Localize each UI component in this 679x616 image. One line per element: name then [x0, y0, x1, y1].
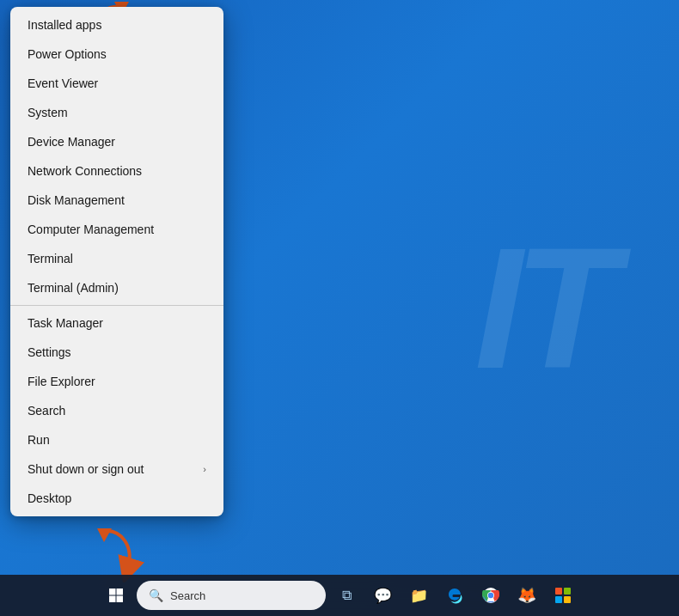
- taskbar-search-icon: 🔍: [149, 589, 163, 602]
- menu-item-label-settings: Settings: [28, 345, 71, 359]
- taskbar-store[interactable]: [547, 580, 578, 611]
- taskbar-chrome[interactable]: [475, 580, 506, 611]
- menu-item-label-power-options: Power Options: [28, 47, 107, 61]
- menu-item-label-task-manager: Task Manager: [28, 316, 103, 330]
- menu-item-power-options[interactable]: Power Options: [10, 40, 223, 69]
- menu-item-task-manager[interactable]: Task Manager: [10, 308, 223, 338]
- edge-icon: [446, 587, 463, 604]
- start-button[interactable]: [101, 580, 132, 611]
- menu-item-event-viewer[interactable]: Event Viewer: [10, 69, 223, 98]
- menu-item-label-installed-apps: Installed apps: [28, 18, 101, 32]
- menu-item-system[interactable]: System: [10, 98, 223, 127]
- menu-item-shut-down-sign-out[interactable]: Shut down or sign out›: [10, 454, 223, 484]
- desktop: IT Installed appsPower OptionsEvent View…: [0, 0, 679, 616]
- menu-item-device-manager[interactable]: Device Manager: [10, 127, 223, 156]
- taskbar-firefox[interactable]: 🦊: [511, 580, 542, 611]
- taskbar-chat[interactable]: 💬: [367, 580, 398, 611]
- menu-item-label-terminal-admin: Terminal (Admin): [28, 281, 119, 295]
- menu-item-label-system: System: [28, 106, 68, 119]
- context-menu: Installed appsPower OptionsEvent ViewerS…: [10, 7, 223, 516]
- taskbar-file-explorer[interactable]: 📁: [403, 580, 434, 611]
- menu-item-label-disk-management: Disk Management: [28, 193, 125, 207]
- menu-item-label-run: Run: [28, 433, 50, 447]
- menu-item-label-network-connections: Network Connections: [28, 164, 142, 178]
- svg-rect-4: [109, 589, 116, 595]
- menu-item-label-computer-management: Computer Management: [28, 223, 154, 236]
- svg-rect-11: [555, 588, 562, 595]
- menu-item-search[interactable]: Search: [10, 396, 223, 425]
- store-icon: [554, 587, 572, 604]
- menu-item-settings[interactable]: Settings: [10, 338, 223, 367]
- menu-item-label-file-explorer: File Explorer: [28, 375, 95, 388]
- windows-logo-icon: [108, 588, 124, 603]
- menu-item-label-event-viewer: Event Viewer: [28, 76, 98, 90]
- svg-rect-14: [564, 596, 571, 603]
- chrome-icon: [482, 587, 499, 604]
- svg-rect-12: [564, 588, 571, 595]
- menu-item-file-explorer[interactable]: File Explorer: [10, 367, 223, 396]
- menu-item-terminal[interactable]: Terminal: [10, 244, 223, 273]
- svg-point-10: [488, 593, 493, 598]
- menu-item-installed-apps[interactable]: Installed apps: [10, 10, 223, 40]
- menu-item-label-terminal: Terminal: [28, 252, 73, 265]
- taskbar: 🔍 Search ⧉ 💬 📁: [0, 575, 679, 616]
- svg-rect-13: [555, 596, 562, 603]
- svg-rect-6: [109, 596, 116, 603]
- menu-item-disk-management[interactable]: Disk Management: [10, 186, 223, 215]
- submenu-chevron-shut-down-sign-out: ›: [203, 464, 206, 474]
- taskbar-edge[interactable]: [439, 580, 470, 611]
- menu-item-label-desktop: Desktop: [28, 491, 71, 505]
- menu-item-computer-management[interactable]: Computer Management: [10, 215, 223, 244]
- menu-item-label-shut-down-sign-out: Shut down or sign out: [28, 462, 144, 476]
- menu-separator-after-terminal-admin: [10, 305, 223, 306]
- menu-item-label-device-manager: Device Manager: [28, 135, 115, 149]
- taskbar-search-text: Search: [170, 589, 205, 602]
- taskbar-search[interactable]: 🔍 Search: [137, 581, 326, 610]
- menu-item-desktop[interactable]: Desktop: [10, 484, 223, 513]
- svg-rect-7: [117, 596, 124, 603]
- menu-item-terminal-admin[interactable]: Terminal (Admin): [10, 273, 223, 302]
- desktop-watermark: IT: [474, 210, 610, 407]
- menu-item-network-connections[interactable]: Network Connections: [10, 156, 223, 186]
- svg-marker-3: [97, 528, 112, 542]
- taskbar-task-view[interactable]: ⧉: [331, 580, 362, 611]
- menu-item-label-search: Search: [28, 404, 65, 418]
- svg-rect-5: [117, 589, 124, 595]
- menu-item-run[interactable]: Run: [10, 425, 223, 454]
